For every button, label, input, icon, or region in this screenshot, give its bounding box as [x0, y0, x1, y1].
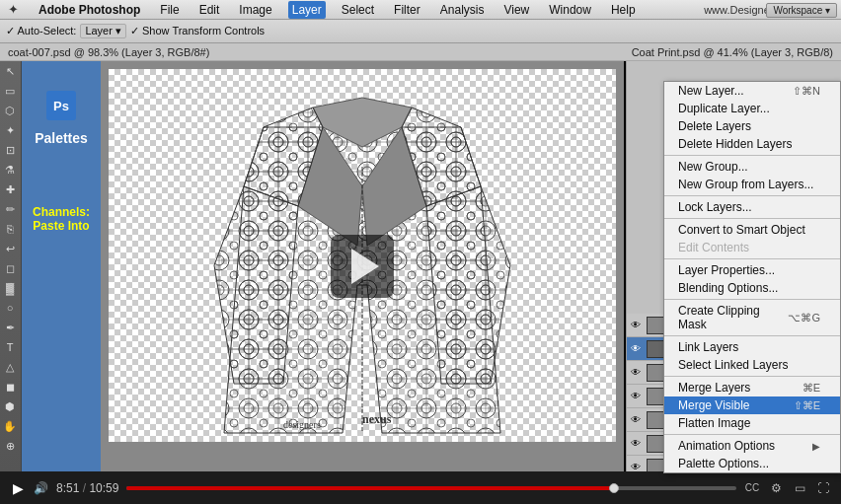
menu-item-label: Select Linked Layers — [678, 358, 788, 372]
menu-item-shortcut: ⇧⌘N — [793, 85, 820, 98]
tool-history[interactable]: ↩ — [0, 239, 20, 258]
context-menu-item-lock-layers---[interactable]: Lock Layers... — [664, 198, 840, 216]
menu-analysis[interactable]: Analysis — [436, 1, 489, 19]
workspace-button[interactable]: Workspace ▾ — [766, 3, 837, 18]
layer-visibility-icon[interactable]: 👁 — [631, 438, 643, 450]
layer-visibility-icon[interactable]: 👁 — [631, 462, 643, 472]
context-menu-item-delete-hidden-layers[interactable]: Delete Hidden Layers — [664, 135, 840, 153]
tool-eraser[interactable]: ◻ — [0, 258, 20, 278]
tool-marquee[interactable]: ▭ — [0, 81, 20, 101]
tool-clone[interactable]: ⎘ — [0, 219, 20, 239]
layer-visibility-icon[interactable]: 👁 — [631, 343, 643, 355]
palettes-label: Palettes — [35, 130, 88, 146]
menu-divider — [664, 258, 840, 259]
menu-help[interactable]: Help — [607, 1, 640, 19]
play-pause-button[interactable]: ▶ — [10, 480, 26, 496]
layer-dropdown[interactable]: Layer ▾ — [80, 24, 126, 38]
menu-window[interactable]: Window — [545, 1, 595, 19]
layer-visibility-icon[interactable]: 👁 — [631, 320, 643, 331]
menu-view[interactable]: View — [499, 1, 533, 19]
progress-bar[interactable] — [126, 486, 736, 490]
tool-magic-wand[interactable]: ✦ — [0, 120, 20, 140]
context-menu: New Layer...⇧⌘NDuplicate Layer...Delete … — [663, 81, 841, 473]
menu-item-arrow: ▶ — [812, 441, 820, 452]
tool-crop[interactable]: ⊡ — [0, 140, 20, 160]
svg-text:nexus: nexus — [362, 412, 392, 426]
left-toolbar: ↖ ▭ ⬡ ✦ ⊡ ⚗ ✚ ✏ ⎘ ↩ ◻ ▓ ○ ✒ T △ ◼ ⬢ ✋ ⊕ — [0, 61, 22, 471]
tool-gradient[interactable]: ▓ — [0, 278, 20, 298]
settings-button[interactable]: ⚙ — [768, 480, 784, 496]
context-menu-item-edit-contents: Edit Contents — [664, 239, 840, 256]
context-menu-item-create-clipping-mask[interactable]: Create Clipping Mask⌥⌘G — [664, 302, 840, 333]
context-menu-item-flatten-image[interactable]: Flatten Image — [664, 414, 840, 432]
current-time: 8:51 — [56, 481, 79, 495]
context-menu-item-new-group-from-layers---[interactable]: New Group from Layers... — [664, 176, 840, 193]
menu-layer[interactable]: Layer — [288, 1, 326, 19]
menu-select[interactable]: Select — [338, 1, 378, 19]
context-menu-item-convert-to-smart-object[interactable]: Convert to Smart Object — [664, 221, 840, 239]
apple-menu[interactable]: ✦ — [8, 2, 19, 17]
context-menu-item-duplicate-layer---[interactable]: Duplicate Layer... — [664, 100, 840, 117]
progress-played — [126, 486, 614, 490]
volume-button[interactable]: 🔊 — [34, 481, 48, 495]
options-bar: ✓ Auto-Select: Layer ▾ ✓ Show Transform … — [0, 20, 841, 43]
cc-button[interactable]: CC — [744, 480, 760, 496]
player-bar: ▶ 🔊 8:51 / 10:59 CC ⚙ ▭ ⛶ — [0, 471, 841, 504]
context-menu-item-merge-visible[interactable]: Merge Visible⇧⌘E — [664, 396, 840, 414]
tool-type[interactable]: T — [0, 337, 20, 357]
context-menu-item-animation-options[interactable]: Animation Options▶ — [664, 437, 840, 455]
tool-3d[interactable]: ⬢ — [0, 396, 20, 416]
tool-path[interactable]: △ — [0, 357, 20, 377]
show-transform-label: ✓ Show Transform Controls — [130, 25, 265, 37]
layer-thumbnail — [647, 340, 664, 358]
layer-visibility-icon[interactable]: 👁 — [631, 414, 643, 426]
tool-healing[interactable]: ✚ — [0, 180, 20, 199]
tool-zoom[interactable]: ⊕ — [0, 436, 20, 456]
tool-brush[interactable]: ✏ — [0, 199, 20, 219]
file-info: Coat Print.psd @ 41.4% (Layer 3, RGB/8) — [632, 46, 833, 58]
tool-lasso[interactable]: ⬡ — [0, 101, 20, 120]
menu-item-label: Delete Hidden Layers — [678, 137, 792, 151]
context-menu-item-select-linked-layers[interactable]: Select Linked Layers — [664, 356, 840, 374]
layer-visibility-icon[interactable]: 👁 — [631, 391, 643, 402]
fullscreen-button[interactable]: ⛶ — [815, 480, 831, 496]
context-menu-item-new-layer---[interactable]: New Layer...⇧⌘N — [664, 82, 840, 100]
menu-item-label: New Layer... — [678, 84, 744, 98]
player-controls-right: CC ⚙ ▭ ⛶ — [744, 480, 831, 496]
layers-panel: New Layer...⇧⌘NDuplicate Layer...Delete … — [626, 61, 841, 471]
progress-thumb — [609, 483, 619, 493]
menu-divider — [664, 434, 840, 435]
layer-visibility-icon[interactable]: 👁 — [631, 367, 643, 379]
title-bar: coat-007.psd @ 98.3% (Layer 3, RGB/8#) C… — [0, 43, 841, 61]
play-button-overlay[interactable] — [331, 235, 394, 298]
context-menu-item-merge-layers[interactable]: Merge Layers⌘E — [664, 379, 840, 396]
menu-filter[interactable]: Filter — [390, 1, 424, 19]
layer-thumbnail — [647, 411, 664, 429]
tool-shape[interactable]: ◼ — [0, 377, 20, 396]
tool-hand[interactable]: ✋ — [0, 416, 20, 436]
tool-eyedropper[interactable]: ⚗ — [0, 160, 20, 180]
layer-thumbnail — [647, 317, 664, 334]
menu-edit[interactable]: Edit — [195, 1, 224, 19]
menu-file[interactable]: File — [156, 1, 183, 19]
canvas-area[interactable]: designers nexus — [101, 61, 624, 471]
tool-dodge[interactable]: ○ — [0, 298, 20, 318]
menu-item-shortcut: ⌥⌘G — [788, 312, 820, 324]
menu-item-label: Palette Options... — [678, 457, 769, 470]
context-menu-item-delete-layers[interactable]: Delete Layers — [664, 117, 840, 135]
context-menu-item-new-group---[interactable]: New Group... — [664, 158, 840, 176]
menu-divider — [664, 218, 840, 219]
menu-item-label: Lock Layers... — [678, 200, 752, 214]
menu-item-label: Animation Options — [678, 439, 775, 453]
context-menu-item-link-layers[interactable]: Link Layers — [664, 338, 840, 356]
theater-button[interactable]: ▭ — [792, 480, 807, 496]
context-menu-item-palette-options---[interactable]: Palette Options... — [664, 455, 840, 472]
menu-photoshop[interactable]: Adobe Photoshop — [35, 1, 144, 19]
menu-image[interactable]: Image — [235, 1, 275, 19]
menu-item-label: Delete Layers — [678, 119, 751, 133]
context-menu-item-blending-options---[interactable]: Blending Options... — [664, 279, 840, 297]
tool-move[interactable]: ↖ — [0, 61, 20, 81]
tool-pen[interactable]: ✒ — [0, 318, 20, 337]
context-menu-item-layer-properties---[interactable]: Layer Properties... — [664, 261, 840, 279]
time-display: 8:51 / 10:59 — [56, 481, 118, 495]
